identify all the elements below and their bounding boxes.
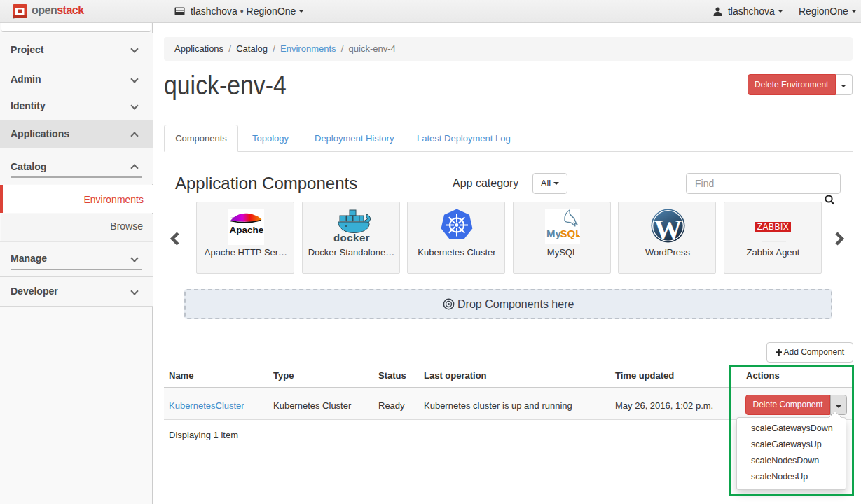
- svg-text:docker: docker: [333, 232, 369, 244]
- svg-text:ZABBIX: ZABBIX: [757, 222, 789, 232]
- svg-text:My: My: [546, 227, 561, 239]
- svg-text:Apache: Apache: [230, 225, 264, 235]
- svg-text:SQL: SQL: [560, 227, 580, 239]
